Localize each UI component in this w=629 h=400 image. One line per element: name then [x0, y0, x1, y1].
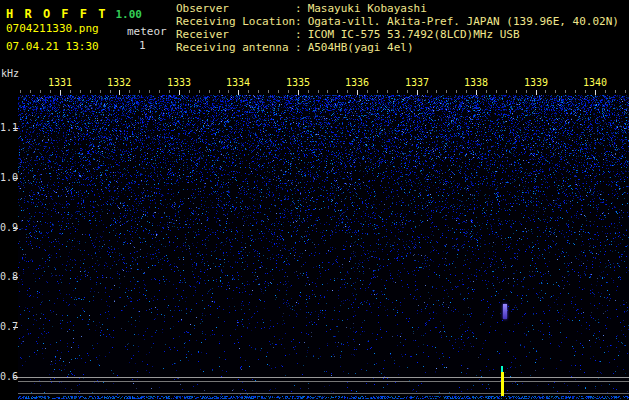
time-subtick — [545, 90, 546, 93]
time-subtick — [506, 90, 507, 93]
time-subtick — [367, 90, 368, 93]
time-subtick — [516, 90, 517, 93]
time-subtick — [625, 90, 626, 93]
time-subtick — [585, 90, 586, 93]
spectrogram-canvas — [18, 95, 629, 395]
time-subtick — [149, 90, 150, 93]
signal-spike — [501, 372, 504, 396]
time-subtick — [129, 90, 130, 93]
time-subtick — [199, 90, 200, 93]
signal-graph-line-top — [18, 377, 629, 378]
time-subtick — [308, 90, 309, 93]
time-subtick — [347, 90, 348, 93]
time-subtick — [407, 90, 408, 93]
time-subtick — [575, 90, 576, 93]
time-subtick — [436, 90, 437, 93]
time-subtick — [486, 90, 487, 93]
time-subtick — [70, 90, 71, 93]
time-subtick — [80, 90, 81, 93]
time-subtick — [258, 90, 259, 93]
time-subtick — [337, 90, 338, 93]
time-subtick — [209, 90, 210, 93]
meteor-echo-mark — [503, 304, 507, 319]
time-subtick — [278, 90, 279, 93]
time-subtick — [466, 90, 467, 93]
time-subtick — [90, 90, 91, 93]
time-subtick — [159, 90, 160, 93]
time-subtick — [526, 90, 527, 93]
time-subtick — [446, 90, 447, 93]
time-subtick — [228, 90, 229, 93]
signal-graph-line-mid — [18, 381, 629, 382]
hrofft-screen: H R O F F T1.00 0704211330.png meteor 1 … — [0, 0, 629, 400]
bottom-noise-strip — [18, 396, 629, 399]
time-subtick — [248, 90, 249, 93]
time-subtick — [377, 90, 378, 93]
time-subtick — [139, 90, 140, 93]
time-subtick — [30, 90, 31, 93]
time-subtick — [169, 90, 170, 93]
time-subtick — [189, 90, 190, 93]
time-subtick — [615, 90, 616, 93]
time-subtick — [427, 90, 428, 93]
time-subtick — [318, 90, 319, 93]
signal-graph-line-bottom — [18, 393, 629, 394]
time-subtick — [20, 90, 21, 93]
time-subtick — [40, 90, 41, 93]
time-subtick — [565, 90, 566, 93]
time-subtick — [456, 90, 457, 93]
time-subtick — [268, 90, 269, 93]
time-subtick — [496, 90, 497, 93]
time-subtick — [50, 90, 51, 93]
time-subtick — [605, 90, 606, 93]
time-subtick — [397, 90, 398, 93]
time-subtick — [387, 90, 388, 93]
time-subtick — [110, 90, 111, 93]
time-subtick — [100, 90, 101, 93]
time-subtick — [555, 90, 556, 93]
time-subtick — [327, 90, 328, 93]
time-subtick — [288, 90, 289, 93]
time-subtick — [219, 90, 220, 93]
